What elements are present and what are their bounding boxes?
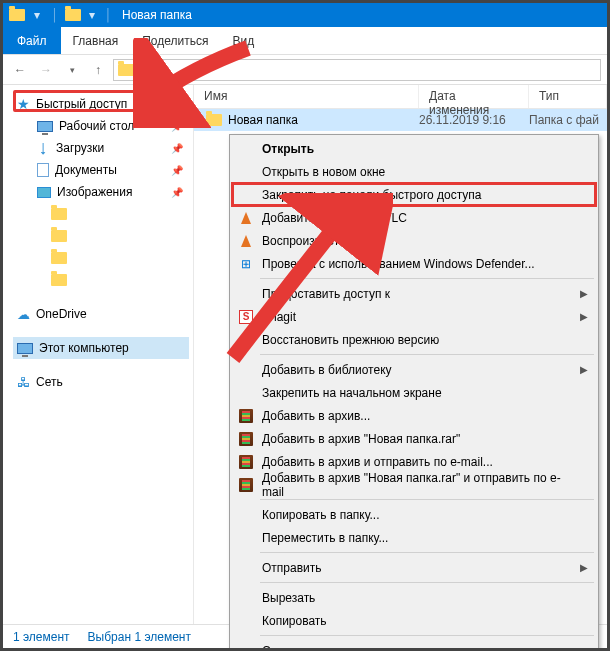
- ctx-pin-quick-access[interactable]: Закрепить на панели быстрого доступа: [232, 183, 596, 206]
- vlc-icon: [238, 233, 254, 249]
- shield-icon: ⊞: [238, 256, 254, 272]
- col-type[interactable]: Тип: [529, 85, 607, 108]
- sidebar-item-pictures[interactable]: Изображения 📌: [33, 181, 189, 203]
- recent-dropdown[interactable]: ▾: [61, 59, 83, 81]
- ctx-copy-to[interactable]: Копировать в папку...: [232, 503, 596, 526]
- sidebar-item-label: Быстрый доступ: [36, 97, 127, 111]
- file-row[interactable]: Новая папка 26.11.2019 9:16 Папка с фай: [194, 109, 607, 131]
- desktop-icon: [37, 121, 53, 132]
- folder-icon: [51, 274, 67, 286]
- forward-button[interactable]: →: [35, 59, 57, 81]
- ctx-defender[interactable]: ⊞Проверка с использованием Windows Defen…: [232, 252, 596, 275]
- column-headers: Имя Дата изменения Тип: [194, 85, 607, 109]
- sidebar-item-label: Документы: [55, 163, 117, 177]
- pin-icon: 📌: [171, 143, 183, 154]
- separator: [260, 582, 594, 583]
- sidebar-network[interactable]: 🖧 Сеть: [13, 371, 189, 393]
- ribbon-tabs: Файл Главная Поделиться Вид: [3, 27, 607, 55]
- ctx-pin-start[interactable]: Закрепить на начальном экране: [232, 381, 596, 404]
- rar-icon: [238, 454, 254, 470]
- ctx-grant-access[interactable]: Предоставить доступ к▶: [232, 282, 596, 305]
- sidebar-item-downloads[interactable]: ⭣ Загрузки 📌: [33, 137, 189, 159]
- sidebar-item-desktop[interactable]: Рабочий стол 📌: [33, 115, 189, 137]
- ctx-rar-add[interactable]: Добавить в архив...: [232, 404, 596, 427]
- sidebar-item-label: Рабочий стол: [59, 119, 134, 133]
- network-icon: 🖧: [17, 375, 30, 390]
- folder-icon: [51, 252, 67, 264]
- ctx-send-to[interactable]: Отправить▶: [232, 556, 596, 579]
- ctx-rar-email-named[interactable]: Добавить в архив "Новая папка.rar" и отп…: [232, 473, 596, 496]
- sidebar-item-folder[interactable]: [47, 269, 189, 291]
- documents-icon: [37, 163, 49, 177]
- status-count: 1 элемент: [13, 630, 70, 644]
- file-date: 26.11.2019 9:16: [419, 113, 529, 127]
- tab-view[interactable]: Вид: [220, 27, 266, 54]
- sidebar-item-folder[interactable]: [47, 203, 189, 225]
- sidebar-item-label: Загрузки: [56, 141, 104, 155]
- pin-icon: 📌: [171, 165, 183, 176]
- nav-row: ← → ▾ ↑ ▸: [3, 55, 607, 85]
- snagit-icon: S: [238, 309, 254, 325]
- ctx-cut[interactable]: Вырезать: [232, 586, 596, 609]
- tab-home[interactable]: Главная: [61, 27, 131, 54]
- ctx-rar-add-named[interactable]: Добавить в архив "Новая папка.rar": [232, 427, 596, 450]
- ctx-open-new-window[interactable]: Открыть в новом окне: [232, 160, 596, 183]
- ctx-open[interactable]: Открыть: [232, 137, 596, 160]
- context-menu: Открыть Открыть в новом окне Закрепить н…: [229, 134, 599, 651]
- sidebar-item-documents[interactable]: Документы 📌: [33, 159, 189, 181]
- separator: [260, 278, 594, 279]
- vlc-icon: [238, 210, 254, 226]
- sidebar-item-folder[interactable]: [47, 225, 189, 247]
- back-button[interactable]: ←: [9, 59, 31, 81]
- qat-button[interactable]: ▾: [27, 5, 47, 25]
- folder-icon: [118, 64, 134, 76]
- folder-icon: [7, 5, 27, 25]
- ctx-move-to[interactable]: Переместить в папку...: [232, 526, 596, 549]
- ctx-shortcut[interactable]: Создать ярлык: [232, 639, 596, 651]
- folder-icon: [51, 230, 67, 242]
- separator: [260, 354, 594, 355]
- sidebar-item-label: Этот компьютер: [39, 341, 129, 355]
- pin-icon: 📌: [171, 187, 183, 198]
- separator: [260, 499, 594, 500]
- ctx-snagit[interactable]: SSnagit▶: [232, 305, 596, 328]
- tab-file[interactable]: Файл: [3, 27, 61, 54]
- separator: [260, 635, 594, 636]
- submenu-arrow-icon: ▶: [580, 364, 588, 375]
- separator: │: [101, 8, 117, 22]
- pc-icon: [17, 343, 33, 354]
- sidebar-this-pc[interactable]: Этот компьютер: [13, 337, 189, 359]
- folder-icon: [51, 208, 67, 220]
- sidebar-item-label: Сеть: [36, 375, 63, 389]
- downloads-icon: ⭣: [37, 141, 50, 156]
- submenu-arrow-icon: ▶: [580, 311, 588, 322]
- tab-share[interactable]: Поделиться: [130, 27, 220, 54]
- file-name: Новая папка: [228, 113, 298, 127]
- pictures-icon: [37, 187, 51, 198]
- submenu-arrow-icon: ▶: [580, 288, 588, 299]
- window-title: Новая папка: [116, 8, 192, 22]
- sidebar-onedrive[interactable]: ☁ OneDrive: [13, 303, 189, 325]
- ctx-restore-version[interactable]: Восстановить прежнюю версию: [232, 328, 596, 351]
- folder-icon: [206, 114, 222, 126]
- ctx-add-library[interactable]: Добавить в библиотеку▶: [232, 358, 596, 381]
- properties-qat[interactable]: ▾: [83, 8, 101, 22]
- sidebar-quick-access[interactable]: ★ Быстрый доступ: [13, 93, 189, 115]
- ctx-copy[interactable]: Копировать: [232, 609, 596, 632]
- file-type: Папка с фай: [529, 113, 607, 127]
- col-name[interactable]: Имя: [194, 85, 419, 108]
- sidebar-item-label: OneDrive: [36, 307, 87, 321]
- sidebar-item-folder[interactable]: [47, 247, 189, 269]
- ctx-vlc-play[interactable]: Воспроизвести в VLC: [232, 229, 596, 252]
- pin-icon: 📌: [171, 121, 183, 132]
- address-bar[interactable]: ▸: [113, 59, 601, 81]
- submenu-arrow-icon: ▶: [580, 562, 588, 573]
- sidebar-item-label: Изображения: [57, 185, 132, 199]
- ctx-vlc-add[interactable]: Добавить в плейлист VLC: [232, 206, 596, 229]
- rar-icon: [238, 477, 254, 493]
- separator: │: [47, 8, 63, 22]
- col-date[interactable]: Дата изменения: [419, 85, 529, 108]
- status-selection: Выбран 1 элемент: [88, 630, 191, 644]
- up-button[interactable]: ↑: [87, 59, 109, 81]
- star-icon: ★: [17, 96, 30, 112]
